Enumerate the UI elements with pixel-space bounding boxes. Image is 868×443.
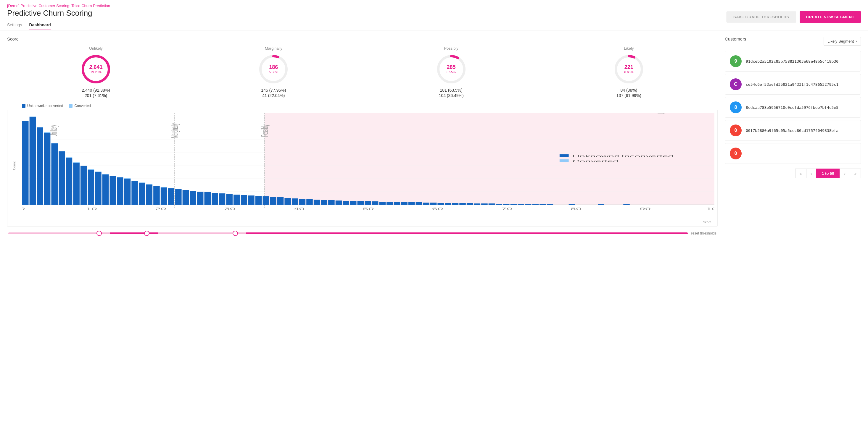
svg-rect-84 [408,202,415,205]
save-grade-thresholds-button[interactable]: SAVE GRADE THRESHOLDS [726,11,796,23]
svg-rect-62 [248,196,254,205]
customer-id: ce54c6ef53aefd35821a94331f1c4786532795c1 [746,82,838,87]
svg-rect-31 [22,121,29,205]
svg-text:Likely: Likely [655,113,666,114]
svg-rect-48 [146,184,153,205]
svg-rect-116 [88,169,94,170]
svg-rect-41 [95,172,101,205]
svg-text:10: 10 [86,207,97,210]
svg-rect-47 [139,183,145,205]
svg-rect-40 [88,170,94,205]
slider-thumb-2[interactable] [144,231,150,236]
svg-text:60: 60 [432,207,443,210]
tab-dashboard[interactable]: Dashboard [29,20,51,30]
histogram-svg: 0 50 100 150 200 250 300 350 Unlikely Ma… [22,113,714,213]
svg-rect-46 [131,181,138,205]
svg-rect-119 [110,176,116,176]
slider-track[interactable] [8,233,688,234]
likely-stat2: 137 (61.99%) [540,93,718,98]
pagination-prev-button[interactable]: ‹ [806,169,816,178]
svg-rect-35 [51,143,58,205]
svg-rect-57 [212,193,218,205]
svg-rect-73 [328,200,335,205]
score-card-marginally: Marginally 186 5.58% 145 (77.95%) 41 (22… [185,46,362,98]
reset-thresholds-link[interactable]: reset thresholds [691,231,716,235]
legend-unknown: Unknown/Unconverted [22,104,63,108]
svg-rect-37 [66,158,72,205]
svg-rect-58 [219,194,225,205]
svg-rect-106 [623,204,630,205]
customer-item: C ce54c6ef53aefd35821a94331f1c4786532795… [725,74,861,95]
pagination-last-button[interactable]: » [850,169,861,178]
svg-rect-50 [161,188,167,205]
slider-thumb-1[interactable] [96,231,102,236]
svg-rect-139 [560,155,569,157]
svg-rect-117 [95,172,101,172]
left-panel: Score Unlikely 2,641 79.23% 2,440 [7,36,718,235]
unlikely-donut: 2,641 79.23% [80,53,112,86]
chart-area: Count Score 0 50 100 150 200 [7,110,718,227]
svg-rect-83 [401,202,407,205]
svg-rect-101 [532,204,538,205]
unlikely-stat2: 201 (7.61%) [7,93,185,98]
segment-select[interactable]: Likely Segment ▾ [824,37,861,45]
svg-rect-111 [51,143,58,143]
main-content: Score Unlikely 2,641 79.23% 2,440 [0,30,868,241]
legend-converted-dot [69,104,72,108]
slider-thumb-3[interactable] [232,231,238,236]
svg-text:Converted: Converted [572,160,619,163]
likely-value: 221 [624,65,633,70]
svg-rect-69 [299,199,306,205]
svg-rect-36 [59,151,65,205]
unlikely-stats: 2,440 (92.38%) 201 (7.61%) [7,88,185,98]
score-cards: Unlikely 2,641 79.23% 2,440 (92.38%) 201… [7,46,718,98]
possibly-label: Possibly [363,46,540,50]
score-card-unlikely: Unlikely 2,641 79.23% 2,440 (92.38%) 201… [7,46,185,98]
avatar: C [730,78,742,90]
unlikely-stat1: 2,440 (92.38%) [7,88,185,93]
score-card-likely: Likely 221 6.63% 84 (38%) 137 (61.99%) [540,46,718,98]
svg-rect-75 [343,201,349,205]
svg-rect-121 [124,178,131,179]
unlikely-pct: 79.23% [89,70,103,74]
marginally-stat2: 41 (22.04%) [185,93,362,98]
svg-rect-93 [474,203,480,205]
svg-rect-45 [124,179,131,205]
svg-text:Possibly: Possibly [259,125,270,137]
svg-rect-87 [430,203,437,205]
svg-rect-32 [30,117,36,205]
tab-settings[interactable]: Settings [7,20,22,30]
svg-rect-86 [423,203,429,205]
svg-text:0: 0 [22,207,25,210]
svg-rect-65 [270,197,276,205]
svg-text:50: 50 [363,207,374,210]
pagination-first-button[interactable]: « [795,169,806,178]
svg-rect-123 [139,182,145,183]
svg-rect-95 [489,203,495,205]
customers-section-title: Customers [725,36,746,41]
possibly-pct: 8.55% [446,70,456,74]
customer-item: 0 [725,143,861,164]
legend-converted: Converted [69,104,91,108]
unlikely-value: 2,641 [89,65,103,70]
likely-pct: 6.63% [624,70,633,74]
svg-text:40: 40 [293,207,305,210]
likely-stats: 84 (38%) 137 (61.99%) [540,88,718,98]
svg-rect-114 [73,162,80,163]
avatar: 8 [730,101,742,113]
customer-item: 8 8cdcaa788e5956710c0ccfda5976fbee7bf4c5… [725,97,861,118]
svg-rect-52 [175,189,182,205]
svg-rect-92 [467,203,473,205]
pagination-next-button[interactable]: › [840,169,850,178]
svg-rect-94 [481,203,488,205]
svg-rect-99 [518,204,524,205]
possibly-stats: 181 (63.5%) 104 (36.49%) [363,88,540,98]
svg-rect-67 [284,198,291,205]
svg-rect-122 [131,181,138,181]
svg-rect-91 [459,203,466,205]
create-new-segment-button[interactable]: CREATE NEW SEGMENT [800,11,861,23]
avatar: 0 [730,125,742,136]
svg-rect-63 [255,196,262,205]
svg-rect-127 [168,188,174,189]
segment-label: Likely Segment [828,39,854,43]
